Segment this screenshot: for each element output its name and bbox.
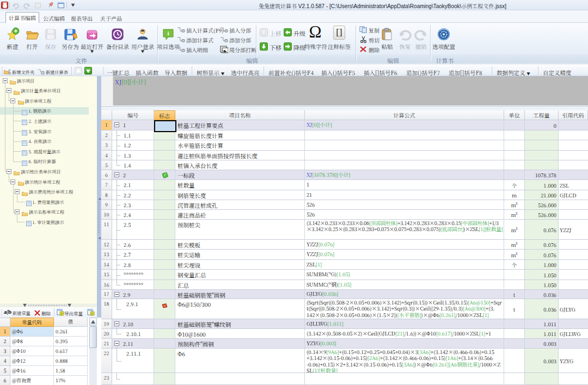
svg-text:i: i [167,30,169,36]
svg-text:P: P [61,311,63,316]
svg-text:P: P [91,311,94,316]
